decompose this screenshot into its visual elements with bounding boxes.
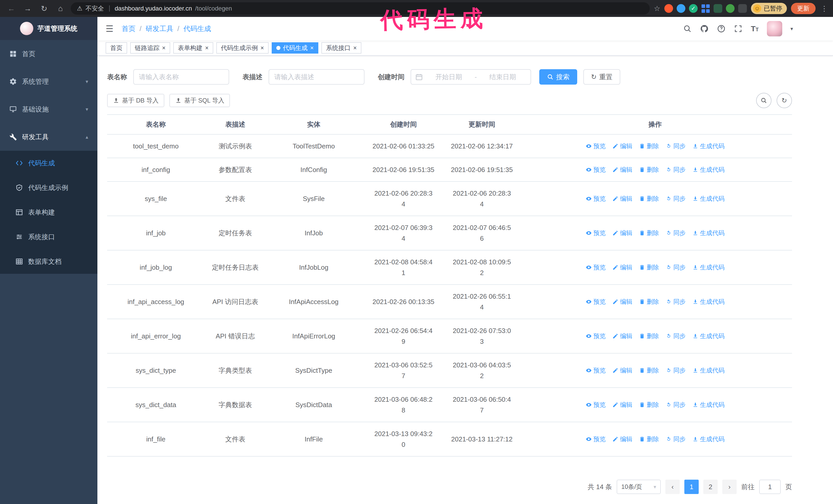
tag-home[interactable]: 首页: [105, 42, 127, 54]
action-preview-link[interactable]: 预览: [586, 400, 606, 410]
breadcrumb-devtools[interactable]: 研发工具: [146, 24, 173, 33]
action-edit-link[interactable]: 编辑: [612, 141, 632, 151]
sidebar-subitem-db-doc[interactable]: 数据库文档: [0, 249, 97, 274]
sidebar-subitem-system-api[interactable]: 系统接口: [0, 224, 97, 249]
action-delete-link[interactable]: 删除: [639, 296, 659, 307]
forward-icon[interactable]: →: [22, 4, 34, 13]
action-edit-link[interactable]: 编辑: [612, 164, 632, 175]
action-sync-link[interactable]: 同步: [666, 296, 686, 307]
action-edit-link[interactable]: 编辑: [612, 296, 632, 307]
action-delete-link[interactable]: 删除: [639, 262, 659, 273]
tag-codegen[interactable]: 代码生成×: [272, 42, 318, 54]
action-delete-link[interactable]: 删除: [639, 141, 659, 151]
sidebar-subitem-codegen[interactable]: 代码生成: [0, 151, 97, 175]
action-generate-link[interactable]: 生成代码: [692, 193, 724, 204]
search-button[interactable]: 搜索: [539, 69, 577, 85]
action-edit-link[interactable]: 编辑: [612, 262, 632, 273]
action-sync-link[interactable]: 同步: [666, 164, 686, 175]
action-generate-link[interactable]: 生成代码: [692, 141, 724, 151]
sidebar-item-devtools[interactable]: 研发工具▴: [0, 123, 97, 151]
action-delete-link[interactable]: 删除: [639, 365, 659, 376]
sidebar-item-home[interactable]: 首页: [0, 40, 97, 68]
action-sync-link[interactable]: 同步: [666, 365, 686, 376]
action-edit-link[interactable]: 编辑: [612, 331, 632, 341]
table-name-input[interactable]: [133, 69, 229, 85]
app-logo[interactable]: 芋道管理系统: [0, 17, 97, 40]
extension-icon-5[interactable]: [714, 4, 722, 13]
action-generate-link[interactable]: 生成代码: [692, 262, 724, 273]
fullscreen-icon[interactable]: [734, 24, 742, 33]
bookmark-star-icon[interactable]: ☆: [654, 4, 660, 13]
action-sync-link[interactable]: 同步: [666, 434, 686, 445]
action-generate-link[interactable]: 生成代码: [692, 434, 724, 445]
back-icon[interactable]: ←: [5, 4, 18, 13]
action-delete-link[interactable]: 删除: [639, 164, 659, 175]
action-preview-link[interactable]: 预览: [586, 296, 606, 307]
action-delete-link[interactable]: 删除: [639, 434, 659, 445]
action-sync-link[interactable]: 同步: [666, 193, 686, 204]
hamburger-icon[interactable]: ☰: [105, 24, 113, 34]
chevron-down-icon[interactable]: ▾: [790, 26, 793, 32]
action-delete-link[interactable]: 删除: [639, 227, 659, 238]
profile-chip[interactable]: ☺ 已暂停: [751, 3, 787, 14]
action-edit-link[interactable]: 编辑: [612, 227, 632, 238]
refresh-table-button[interactable]: ↻: [777, 93, 792, 108]
close-icon[interactable]: ×: [260, 45, 264, 51]
action-generate-link[interactable]: 生成代码: [692, 164, 724, 175]
tag-tracing[interactable]: 链路追踪×: [130, 42, 170, 54]
action-generate-link[interactable]: 生成代码: [692, 400, 724, 410]
action-sync-link[interactable]: 同步: [666, 262, 686, 273]
question-icon[interactable]: [717, 24, 725, 33]
import-sql-button[interactable]: 基于 SQL 导入: [169, 94, 230, 107]
action-preview-link[interactable]: 预览: [586, 164, 606, 175]
goto-page-input[interactable]: [759, 480, 781, 494]
action-edit-link[interactable]: 编辑: [612, 365, 632, 376]
close-icon[interactable]: ×: [205, 45, 209, 51]
action-sync-link[interactable]: 同步: [666, 331, 686, 341]
prev-page-button[interactable]: ‹: [665, 480, 680, 494]
action-preview-link[interactable]: 预览: [586, 227, 606, 238]
action-sync-link[interactable]: 同步: [666, 227, 686, 238]
action-generate-link[interactable]: 生成代码: [692, 296, 724, 307]
search-icon[interactable]: [683, 24, 692, 33]
action-sync-link[interactable]: 同步: [666, 400, 686, 410]
close-icon[interactable]: ×: [353, 45, 357, 51]
sidebar-item-system[interactable]: 系统管理▾: [0, 68, 97, 95]
breadcrumb-home[interactable]: 首页: [121, 24, 135, 33]
page-size-select[interactable]: 10条/页 ▾: [617, 480, 661, 494]
action-preview-link[interactable]: 预览: [586, 262, 606, 273]
action-generate-link[interactable]: 生成代码: [692, 227, 724, 238]
create-time-range-picker[interactable]: 开始日期 - 结束日期: [411, 69, 531, 85]
action-edit-link[interactable]: 编辑: [612, 400, 632, 410]
extension-icon-7[interactable]: [738, 4, 747, 13]
tag-form-builder[interactable]: 表单构建×: [173, 42, 213, 54]
action-preview-link[interactable]: 预览: [586, 331, 606, 341]
action-delete-link[interactable]: 删除: [639, 193, 659, 204]
reset-button[interactable]: ↻ 重置: [584, 69, 620, 85]
extension-icon-6[interactable]: [726, 4, 735, 13]
action-preview-link[interactable]: 预览: [586, 434, 606, 445]
sidebar-item-infra[interactable]: 基础设施▾: [0, 95, 97, 123]
page-button-2[interactable]: 2: [703, 480, 718, 494]
tag-codegen-example[interactable]: 代码生成示例×: [216, 42, 269, 54]
sidebar-subitem-form-builder[interactable]: 表单构建: [0, 200, 97, 224]
action-generate-link[interactable]: 生成代码: [692, 331, 724, 341]
extension-icon-4[interactable]: [701, 4, 710, 13]
action-sync-link[interactable]: 同步: [666, 141, 686, 151]
action-edit-link[interactable]: 编辑: [612, 193, 632, 204]
home-icon[interactable]: ⌂: [54, 4, 67, 13]
table-desc-input[interactable]: [269, 69, 364, 85]
reload-icon[interactable]: ↻: [38, 4, 50, 13]
extension-icon-1[interactable]: [664, 4, 673, 13]
menu-dots-icon[interactable]: ⋮: [821, 4, 828, 13]
toggle-search-button[interactable]: [756, 93, 771, 108]
url-bar[interactable]: ⚠ 不安全 dashboard.yudao.iocoder.cn/tool/co…: [71, 2, 650, 15]
page-button-1[interactable]: 1: [684, 480, 699, 494]
user-avatar[interactable]: [767, 21, 782, 37]
font-size-icon[interactable]: TT: [751, 24, 759, 33]
action-edit-link[interactable]: 编辑: [612, 434, 632, 445]
github-icon[interactable]: [700, 24, 709, 33]
next-page-button[interactable]: ›: [722, 480, 737, 494]
extension-icon-3[interactable]: ✓: [689, 4, 698, 13]
close-icon[interactable]: ×: [310, 45, 314, 51]
